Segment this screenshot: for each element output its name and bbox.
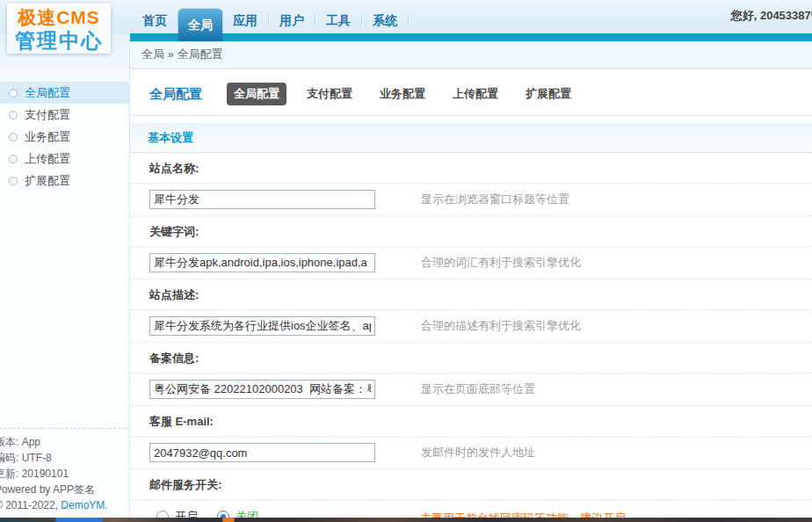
site-description-label: 站点描述: bbox=[130, 279, 812, 310]
encoding-info: 编码: UTF-8 bbox=[0, 450, 129, 466]
taskbar-orange-segment bbox=[222, 518, 235, 522]
bullet-icon bbox=[9, 133, 18, 141]
logo[interactable]: 极速CMS 管理中心 bbox=[7, 4, 111, 54]
powered-by: Powered by APP签名 bbox=[0, 482, 129, 497]
sidebar-item-extension-config[interactable]: 扩展配置 bbox=[0, 170, 129, 192]
sidebar-item-global-config[interactable]: 全局配置 bbox=[0, 82, 129, 104]
top-nav: 首页 全局 应用 用户 工具 系统 bbox=[132, 0, 409, 41]
sidebar-item-label: 业务配置 bbox=[25, 129, 70, 145]
sidebar-footer: 版本: App 编码: UTF-8 更新: 20190101 Powered b… bbox=[0, 428, 129, 522]
admin-page: 首页 全局 应用 用户 工具 系统 您好, 204533879 极速CMS 管理… bbox=[0, 0, 812, 522]
copyright-suffix: . bbox=[105, 499, 107, 511]
bullet-icon bbox=[9, 177, 18, 185]
service-email-hint: 发邮件时的发件人地址 bbox=[421, 445, 535, 460]
site-description-input[interactable] bbox=[149, 316, 375, 336]
nav-item-apps[interactable]: 应用 bbox=[222, 13, 268, 29]
keywords-input[interactable] bbox=[149, 253, 375, 272]
nav-divider bbox=[408, 15, 409, 26]
site-name-input[interactable] bbox=[149, 190, 375, 209]
taskbar-blue-segment bbox=[55, 518, 103, 522]
user-greeting: 您好, 204533879 bbox=[731, 8, 812, 24]
update-info: 更新: 20190101 bbox=[0, 466, 129, 482]
sidebar-item-payment-config[interactable]: 支付配置 bbox=[0, 104, 129, 126]
divider bbox=[130, 115, 812, 116]
copyright-text: © 2011-2022, bbox=[0, 499, 61, 511]
icp-info-input[interactable] bbox=[149, 380, 375, 399]
nav-item-home[interactable]: 首页 bbox=[132, 13, 178, 29]
version-info: 版本: App bbox=[0, 434, 129, 450]
nav-item-system[interactable]: 系统 bbox=[362, 13, 408, 29]
sidebar-item-label: 全局配置 bbox=[25, 85, 70, 101]
config-tabs: 全局配置 支付配置 业务配置 上传配置 扩展配置 bbox=[227, 83, 578, 105]
bullet-icon bbox=[9, 155, 18, 163]
mail-switch-label: 邮件服务开关: bbox=[130, 469, 812, 500]
sidebar-item-label: 扩展配置 bbox=[25, 173, 70, 189]
icp-info-hint: 显示在页面底部等位置 bbox=[421, 381, 535, 397]
keywords-label: 关键字词: bbox=[130, 216, 812, 247]
tab-business-config[interactable]: 业务配置 bbox=[373, 83, 432, 105]
header: 首页 全局 应用 用户 工具 系统 您好, 204533879 bbox=[0, 0, 812, 33]
site-description-hint: 合理的描述有利于搜索引擎优化 bbox=[421, 318, 581, 334]
copyright: © 2011-2022, DemoYM. bbox=[0, 497, 129, 513]
icp-info-label: 备案信息: bbox=[130, 343, 812, 373]
nav-item-users[interactable]: 用户 bbox=[269, 13, 315, 29]
breadcrumb: 全局 » 全局配置 bbox=[130, 41, 812, 69]
keywords-hint: 合理的词汇有利于搜索引擎优化 bbox=[421, 255, 581, 271]
page-title: 全局配置 bbox=[149, 86, 202, 103]
nav-item-global[interactable]: 全局 bbox=[178, 9, 222, 41]
sidebar-item-label: 支付配置 bbox=[25, 107, 70, 123]
nav-item-tools[interactable]: 工具 bbox=[315, 13, 361, 29]
tab-extension-config[interactable]: 扩展配置 bbox=[518, 83, 578, 105]
tab-global-config[interactable]: 全局配置 bbox=[227, 83, 286, 105]
site-name-label: 站点名称: bbox=[130, 153, 812, 184]
sidebar-item-upload-config[interactable]: 上传配置 bbox=[0, 148, 129, 170]
bullet-icon bbox=[9, 111, 18, 120]
logo-title: 极速CMS bbox=[7, 6, 111, 29]
main-content: 全局配置 全局配置 支付配置 业务配置 上传配置 扩展配置 基本设置 站点名称:… bbox=[130, 69, 812, 522]
bullet-icon bbox=[9, 89, 18, 98]
section-title: 基本设置 bbox=[130, 123, 812, 153]
tab-upload-config[interactable]: 上传配置 bbox=[446, 83, 505, 105]
tab-payment-config[interactable]: 支付配置 bbox=[300, 83, 359, 105]
sidebar-item-label: 上传配置 bbox=[25, 151, 70, 167]
taskbar-edge bbox=[0, 518, 812, 522]
demoym-link[interactable]: DemoYM bbox=[61, 499, 105, 511]
site-name-hint: 显示在浏览器窗口标题等位置 bbox=[421, 192, 569, 207]
service-email-input[interactable] bbox=[149, 443, 375, 462]
sidebar: 全局配置 支付配置 业务配置 上传配置 扩展配置 版本: App 编码: UTF… bbox=[0, 33, 130, 522]
logo-subtitle: 管理中心 bbox=[7, 29, 111, 52]
sidebar-item-business-config[interactable]: 业务配置 bbox=[0, 126, 129, 148]
service-email-label: 客服 E-mail: bbox=[130, 406, 812, 437]
